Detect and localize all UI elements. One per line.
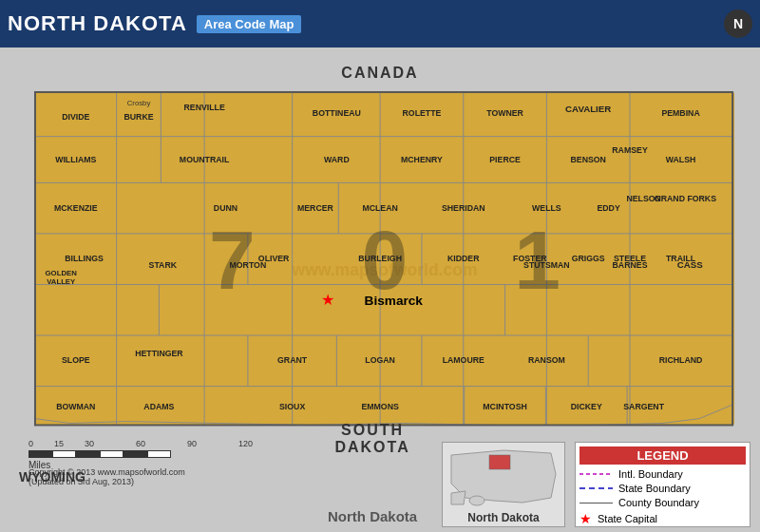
svg-text:MORTON: MORTON bbox=[230, 260, 267, 270]
svg-text:ROLETTE: ROLETTE bbox=[403, 108, 442, 118]
svg-text:DUNN: DUNN bbox=[214, 203, 238, 213]
svg-text:MERCER: MERCER bbox=[297, 203, 334, 213]
svg-text:WELLS: WELLS bbox=[532, 203, 561, 213]
state-boundary-line bbox=[580, 487, 613, 489]
svg-text:STUTSMAN: STUTSMAN bbox=[523, 260, 570, 270]
svg-text:BARNES: BARNES bbox=[613, 260, 648, 270]
map-area: CANADA MONTANA MINNESOTA bbox=[0, 48, 760, 532]
intl-boundary-label: Intl. Boundary bbox=[618, 468, 683, 480]
svg-text:MCHENRY: MCHENRY bbox=[401, 155, 443, 164]
svg-text:CASS: CASS bbox=[677, 259, 704, 270]
nd-map: www.mapsofworld.com 7 0 1 DIVIDE BURKE R… bbox=[24, 90, 746, 442]
svg-text:BOWMAN: BOWMAN bbox=[56, 402, 95, 411]
svg-text:SHERIDAN: SHERIDAN bbox=[442, 203, 485, 213]
svg-point-92 bbox=[469, 496, 484, 505]
svg-text:EDDY: EDDY bbox=[597, 203, 619, 213]
svg-text:SARGENT: SARGENT bbox=[623, 402, 664, 411]
svg-text:RENVILLE: RENVILLE bbox=[183, 103, 224, 112]
svg-text:RANSOM: RANSOM bbox=[528, 355, 565, 365]
map-type-label: Area Code Map bbox=[197, 15, 302, 33]
compass-icon: N bbox=[724, 10, 752, 38]
svg-text:HETTINGER: HETTINGER bbox=[135, 349, 183, 358]
legend-item-intl: Intl. Boundary bbox=[580, 468, 746, 480]
svg-text:GOLDEN: GOLDEN bbox=[46, 269, 78, 277]
svg-text:MOUNTRAIL: MOUNTRAIL bbox=[180, 155, 230, 164]
county-boundary-label: County Boundary bbox=[618, 497, 699, 508]
header: NORTH DAKOTA Area Code Map N bbox=[0, 0, 760, 48]
legend-item-state: State Boundary bbox=[580, 483, 746, 494]
svg-text:RAMSEY: RAMSEY bbox=[612, 145, 648, 155]
state-boundary-label: State Boundary bbox=[618, 483, 691, 494]
svg-rect-91 bbox=[489, 455, 510, 469]
svg-text:WILLIAMS: WILLIAMS bbox=[55, 155, 96, 164]
south-dakota-label: SOUTHDAKOTA bbox=[334, 422, 409, 456]
svg-text:Crosby: Crosby bbox=[127, 99, 151, 107]
svg-text:ADAMS: ADAMS bbox=[143, 402, 174, 411]
svg-text:BENSON: BENSON bbox=[570, 155, 605, 164]
legend-item-capital: ★ State Capital bbox=[580, 511, 746, 526]
legend-box: LEGEND Intl. Boundary State Boundary Cou… bbox=[575, 442, 750, 527]
svg-text:LAMOURE: LAMOURE bbox=[443, 355, 484, 365]
county-boundary-line bbox=[580, 503, 613, 504]
svg-text:PIERCE: PIERCE bbox=[489, 155, 521, 164]
svg-text:VALLEY: VALLEY bbox=[47, 277, 76, 286]
svg-text:CAVALIER: CAVALIER bbox=[565, 104, 611, 114]
page-title: NORTH DAKOTA bbox=[8, 11, 187, 36]
intl-boundary-line bbox=[580, 473, 613, 475]
svg-text:Bismarck: Bismarck bbox=[365, 294, 424, 308]
svg-text:BURLEIGH: BURLEIGH bbox=[358, 254, 402, 263]
svg-text:BOTTINEAU: BOTTINEAU bbox=[313, 108, 361, 118]
svg-text:EMMONS: EMMONS bbox=[361, 402, 399, 411]
scale-bar: 015306090120 Miles bbox=[28, 439, 253, 470]
svg-text:MCKENZIE: MCKENZIE bbox=[54, 203, 98, 213]
svg-text:WALSH: WALSH bbox=[666, 155, 696, 164]
svg-text:SIOUX: SIOUX bbox=[279, 402, 305, 411]
svg-text:TOWNER: TOWNER bbox=[486, 108, 523, 118]
svg-text:KIDDER: KIDDER bbox=[447, 254, 480, 263]
svg-text:STARK: STARK bbox=[149, 260, 178, 270]
capital-label: State Capital bbox=[598, 513, 657, 524]
capital-star-icon: ★ bbox=[580, 511, 592, 526]
svg-text:MCLEAN: MCLEAN bbox=[362, 203, 397, 213]
copyright: Copyright © 2013 www.mapsofworld.com (Up… bbox=[28, 467, 185, 486]
legend-item-county: County Boundary bbox=[580, 497, 746, 508]
legend-title: LEGEND bbox=[580, 446, 746, 465]
svg-text:WARD: WARD bbox=[324, 155, 350, 164]
nd-bottom-label: North Dakota bbox=[328, 508, 417, 524]
svg-text:LOGAN: LOGAN bbox=[365, 355, 395, 365]
svg-text:BURKE: BURKE bbox=[124, 112, 153, 122]
svg-text:MCINTOSH: MCINTOSH bbox=[483, 402, 527, 411]
canada-label: CANADA bbox=[341, 65, 418, 82]
svg-text:GRIGGS: GRIGGS bbox=[572, 254, 605, 263]
mini-map: North Dakota bbox=[442, 442, 565, 527]
svg-text:RICHLAND: RICHLAND bbox=[659, 355, 703, 365]
svg-text:★: ★ bbox=[321, 292, 334, 308]
svg-text:GRANT: GRANT bbox=[277, 355, 308, 365]
svg-text:PEMBINA: PEMBINA bbox=[661, 108, 700, 118]
svg-text:GRAND FORKS: GRAND FORKS bbox=[655, 194, 716, 203]
svg-text:SLOPE: SLOPE bbox=[62, 355, 90, 365]
svg-text:BILLINGS: BILLINGS bbox=[65, 254, 104, 263]
svg-text:DICKEY: DICKEY bbox=[571, 402, 602, 411]
svg-text:DIVIDE: DIVIDE bbox=[62, 112, 89, 122]
page-container: NORTH DAKOTA Area Code Map N CANADA MONT… bbox=[0, 0, 760, 532]
mini-map-label: North Dakota bbox=[467, 511, 539, 524]
